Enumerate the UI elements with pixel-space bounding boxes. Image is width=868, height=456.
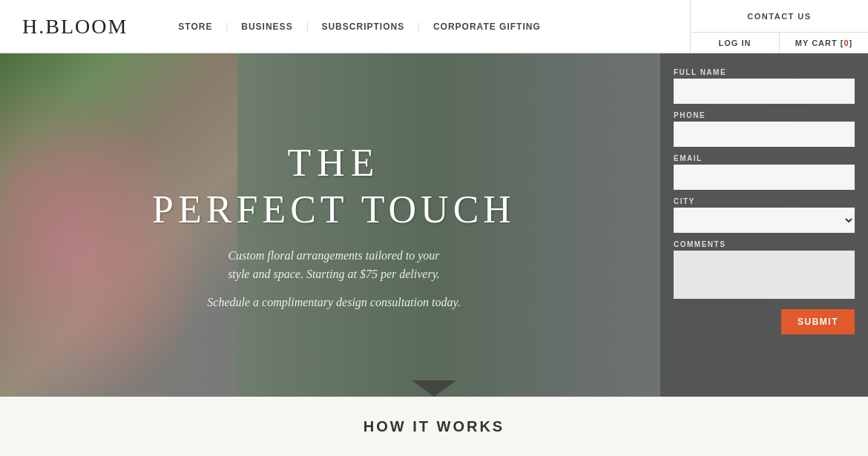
- full-name-label: FULL NAME: [674, 68, 855, 76]
- nav-business[interactable]: BUSINESS: [228, 22, 306, 32]
- email-input[interactable]: [674, 165, 855, 190]
- cart-button[interactable]: MY CART [0]: [780, 33, 868, 53]
- full-name-field: FULL NAME: [674, 68, 855, 104]
- comments-label: COMMENTS: [674, 240, 855, 248]
- how-it-works-section: HOW IT WORKS: [0, 397, 868, 456]
- cart-label: MY CART [0]: [795, 39, 852, 47]
- hero-content: THE PERFECT TOUCH Custom floral arrangem…: [148, 141, 519, 309]
- email-field: EMAIL: [674, 154, 855, 190]
- logo[interactable]: H.BLOOM: [22, 15, 128, 39]
- hero-line2: PERFECT TOUCH: [148, 188, 519, 231]
- city-field: CITY New York Los Angeles Chicago Boston…: [674, 197, 855, 233]
- nav-subscriptions[interactable]: SUBSCRIPTIONS: [308, 22, 418, 32]
- logo-area: H.BLOOM: [0, 0, 150, 53]
- how-it-works-title: HOW IT WORKS: [364, 418, 504, 435]
- nav-corporate-gifting[interactable]: CORPORATE GIFTING: [420, 22, 554, 32]
- login-button[interactable]: LOG IN: [691, 33, 780, 53]
- scroll-arrow-icon: [412, 380, 456, 397]
- header-actions: LOG IN MY CART [0]: [691, 33, 868, 53]
- header-right: CONTACT US LOG IN MY CART [0]: [690, 0, 868, 53]
- hero-section: THE PERFECT TOUCH Custom floral arrangem…: [0, 53, 868, 397]
- contact-form: FULL NAME PHONE EMAIL CITY New York Los …: [660, 53, 868, 397]
- city-select[interactable]: New York Los Angeles Chicago Boston Wash…: [674, 208, 855, 233]
- cart-count: 0: [844, 39, 849, 47]
- hero-line1: THE: [148, 141, 519, 185]
- header: H.BLOOM STORE | BUSINESS | SUBSCRIPTIONS…: [0, 0, 868, 53]
- comments-field: COMMENTS: [674, 240, 855, 299]
- full-name-input[interactable]: [674, 79, 855, 104]
- contact-us-button[interactable]: CONTACT US: [691, 0, 868, 33]
- city-label: CITY: [674, 197, 855, 205]
- hero-cta: Schedule a complimentary design consulta…: [148, 296, 519, 309]
- nav-store[interactable]: STORE: [165, 22, 226, 32]
- hero-subtitle: Custom floral arrangements tailored to y…: [148, 246, 519, 284]
- phone-label: PHONE: [674, 111, 855, 119]
- phone-input[interactable]: [674, 122, 855, 147]
- main-nav: STORE | BUSINESS | SUBSCRIPTIONS | CORPO…: [150, 0, 690, 53]
- comments-textarea[interactable]: [674, 251, 855, 299]
- submit-row: SUBMIT: [674, 309, 855, 334]
- email-label: EMAIL: [674, 154, 855, 162]
- submit-button[interactable]: SUBMIT: [781, 309, 855, 334]
- phone-field: PHONE: [674, 111, 855, 147]
